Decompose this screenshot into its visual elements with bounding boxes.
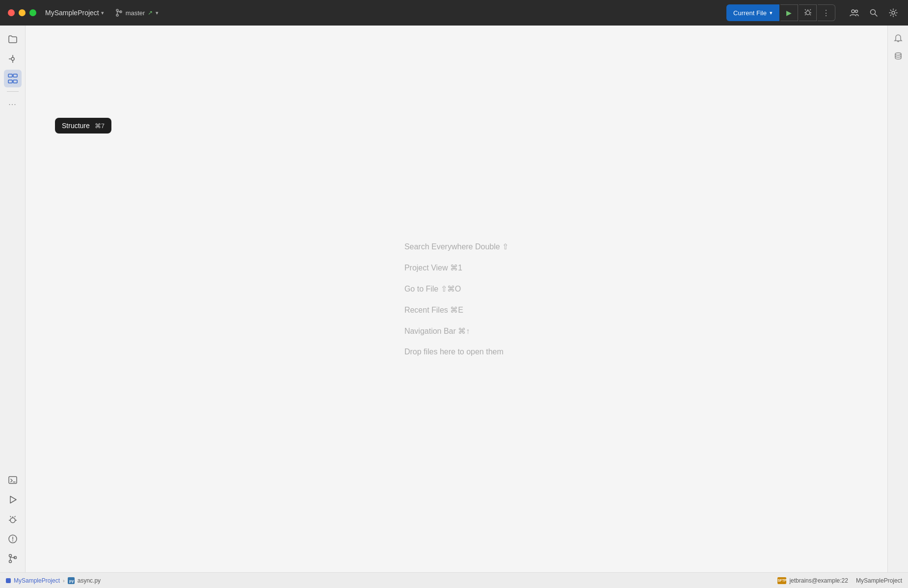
right-sidebar [887,26,908,572]
problems-icon [8,534,18,544]
hint-project: Project View ⌘1 [404,263,462,272]
run-button[interactable]: ▶ [780,4,798,21]
svg-point-16 [892,11,895,14]
run-icon [8,495,18,505]
editor-area: Structure ⌘7 Search Everywhere Double ⇧ … [26,26,887,572]
minimize-button[interactable] [19,9,26,16]
tooltip-label: Structure [62,122,90,130]
sftp-icon: SFTP [777,577,786,584]
database-icon [894,52,903,60]
svg-line-15 [875,14,878,17]
svg-point-4 [806,11,810,15]
statusbar-arrow: › [63,578,65,584]
settings-button[interactable] [884,4,902,22]
bell-icon [894,34,903,43]
current-file-label: Current File [733,9,767,17]
project-name-label: MySampleProject [45,9,99,17]
project-selector[interactable]: MySampleProject ▾ [42,7,107,19]
more-dots-icon: ⋮ [822,8,830,18]
workspace-label[interactable]: MySampleProject [856,577,902,584]
sidebar-item-structure[interactable] [4,70,22,87]
left-sidebar: ··· [0,26,26,572]
sidebar-item-problems[interactable] [4,530,22,548]
sidebar-item-run[interactable] [4,491,22,508]
svg-point-17 [11,57,14,60]
project-chevron-icon: ▾ [101,10,104,16]
collab-button[interactable] [845,4,863,22]
sftp-label: SFTP [777,579,786,582]
run-configuration: Current File ▾ ▶ ⋮ [726,4,835,21]
svg-rect-22 [13,74,17,77]
main-container: ··· [0,26,908,572]
project-status-indicator [6,578,11,583]
svg-point-28 [10,518,15,523]
svg-rect-25 [9,477,17,483]
database-button[interactable] [890,48,906,64]
sidebar-bottom [4,471,22,572]
sidebar-divider [7,91,19,92]
global-search-button[interactable] [865,4,882,22]
svg-point-41 [895,53,901,55]
sidebar-item-commit[interactable] [4,50,22,68]
svg-line-31 [14,516,15,517]
branch-arrow-icon: ↗ [148,9,153,16]
maximize-button[interactable] [29,9,36,16]
branch-selector[interactable]: master ↗ ▾ [115,9,159,17]
debug-button[interactable] [799,4,817,21]
structure-icon [8,74,18,83]
sidebar-item-more[interactable]: ··· [4,96,22,113]
close-button[interactable] [8,9,15,16]
more-actions-button[interactable]: ⋮ [818,4,835,21]
svg-point-38 [9,561,11,563]
statusbar-right: SFTP jetbrains@example:22 MySampleProjec… [777,577,902,584]
svg-text:py: py [69,579,74,583]
svg-rect-24 [13,80,17,83]
hint-drop: Drop files here to open them [404,347,504,356]
editor-hints: Search Everywhere Double ⇧ Project View … [404,242,508,356]
statusbar-project-name[interactable]: MySampleProject [14,577,60,584]
svg-point-37 [9,555,11,557]
hint-navbar: Navigation Bar ⌘↑ [404,326,470,336]
sidebar-item-debug[interactable] [4,510,22,528]
hint-recent: Recent Files ⌘E [404,305,463,315]
sidebar-item-terminal[interactable] [4,471,22,489]
svg-point-13 [855,10,858,13]
more-dots-icon: ··· [8,100,16,109]
svg-line-30 [10,516,11,517]
svg-line-10 [805,14,806,15]
traffic-lights [0,9,42,16]
titlebar: MySampleProject ▾ master ↗ ▾ Current Fil… [0,0,908,26]
svg-point-12 [852,10,855,13]
current-file-button[interactable]: Current File ▾ [726,4,779,21]
hint-goto: Go to File ⇧⌘O [404,284,461,294]
statusbar-filename[interactable]: async.py [78,577,101,584]
debug-bug-icon [804,8,812,18]
titlebar-right-actions [845,4,908,22]
statusbar-left: MySampleProject › py async.py [6,577,101,584]
branch-chevron-icon: ▾ [156,10,159,16]
svg-rect-21 [8,74,12,77]
svg-rect-23 [8,80,12,83]
current-file-chevron-icon: ▾ [770,10,773,16]
structure-tooltip: Structure ⌘7 [55,118,111,134]
git-branch-icon [115,9,123,17]
folder-icon [8,34,18,44]
gear-icon [889,8,898,17]
svg-line-7 [810,9,811,10]
svg-line-11 [810,14,811,15]
notification-button[interactable] [890,30,906,46]
hint-search: Search Everywhere Double ⇧ [404,242,508,251]
tooltip-shortcut: ⌘7 [95,122,105,130]
sidebar-item-git[interactable] [4,550,22,567]
run-triangle-icon: ▶ [786,9,792,17]
branch-name: master [126,9,145,17]
sidebar-item-folder[interactable] [4,30,22,48]
svg-marker-27 [10,496,16,503]
svg-point-0 [116,9,118,11]
collab-icon [849,8,859,18]
debug-icon [8,514,18,524]
remote-label[interactable]: jetbrains@example:22 [789,577,848,584]
statusbar: MySampleProject › py async.py SFTP jetbr… [0,572,908,588]
python-file-icon: py [68,577,75,584]
sftp-info: SFTP jetbrains@example:22 [777,577,848,584]
